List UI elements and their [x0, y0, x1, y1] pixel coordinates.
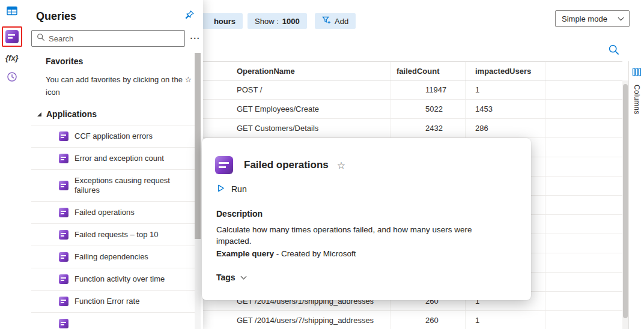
columns-tab-label: Columns: [633, 85, 641, 114]
grid-scrollbar[interactable]: [622, 80, 628, 329]
description-heading: Description: [216, 209, 531, 219]
cell-impacted-users: 286: [466, 119, 545, 137]
table-row[interactable]: GET /2014/users/7/shipping_addresses 260…: [203, 311, 622, 329]
cell-impacted-users: 1453: [466, 100, 545, 118]
query-list-item[interactable]: Failed operations: [31, 202, 195, 224]
query-list-item[interactable]: Function activity over time: [31, 268, 195, 291]
add-filter-icon: [322, 16, 331, 26]
cell-operation-name: GET Customers/Details: [203, 119, 390, 137]
cell-failed-count: 5022: [390, 100, 466, 118]
query-icon: [59, 131, 68, 141]
query-icon: [59, 230, 68, 240]
mode-dropdown-label: Simple mode: [562, 14, 607, 23]
column-header-failedcount[interactable]: failedCount: [390, 62, 466, 80]
panel-title: Queries: [36, 10, 76, 23]
column-header-impactedusers[interactable]: impactedUsers: [466, 62, 545, 80]
query-item-label: CCF application errors: [74, 131, 153, 141]
query-item-label: Function activity over time: [74, 274, 165, 284]
cell-operation-name: GET /2014/users/7/shipping_addresses: [203, 311, 390, 329]
table-row[interactable]: GET Employees/Create 5022 1453: [203, 100, 622, 119]
query-list-item[interactable]: Error and exception count: [31, 148, 195, 170]
cell-failed-count: 11947: [390, 80, 466, 99]
mode-dropdown[interactable]: Simple mode: [555, 10, 630, 27]
chevron-down-icon: [618, 15, 624, 21]
query-icon: [59, 297, 68, 306]
run-button[interactable]: Run: [216, 184, 258, 195]
table-header[interactable]: OperationName failedCount impactedUsers: [203, 61, 622, 80]
play-icon: [216, 184, 225, 195]
example-query-line: Example query - Created by Microsoft: [216, 249, 517, 258]
expand-triangle-icon: [37, 112, 41, 116]
cell-failed-count: 2432: [390, 119, 466, 137]
run-label: Run: [231, 184, 247, 194]
query-list-item[interactable]: [31, 313, 195, 329]
columns-pane-tab[interactable]: Columns: [628, 61, 644, 329]
more-options-button[interactable]: ···: [189, 34, 202, 43]
tags-label: Tags: [216, 273, 235, 282]
pin-icon[interactable]: [184, 10, 195, 23]
left-rail: {fx}: [0, 0, 24, 329]
show-limit-pill[interactable]: Show : 1000: [248, 13, 307, 29]
show-limit-value: 1000: [282, 17, 300, 26]
column-header-operationname[interactable]: OperationName: [203, 62, 390, 80]
cell-operation-name: GET Employees/Create: [203, 100, 390, 118]
query-item-label: Failed operations: [74, 208, 135, 217]
query-list-item[interactable]: CCF application errors: [31, 125, 195, 148]
tags-toggle[interactable]: Tags: [216, 273, 264, 282]
query-icon: [215, 156, 233, 174]
columns-icon: [632, 67, 642, 79]
example-query-label: Example query: [216, 249, 274, 258]
example-query-byline: - Created by Microsoft: [274, 249, 356, 258]
favorite-star-icon[interactable]: ☆: [337, 160, 345, 171]
query-item-label: Error and exception count: [74, 154, 164, 163]
grid-scrollbar-thumb[interactable]: [623, 84, 628, 318]
group-label: Applications: [46, 109, 97, 119]
show-limit-label: Show :: [255, 17, 279, 26]
query-list-item[interactable]: Failed requests – top 10: [31, 224, 195, 246]
description-text: Calculate how many times operations fail…: [216, 224, 494, 247]
time-range-value: hours: [214, 17, 235, 26]
query-icon: [59, 252, 68, 262]
cell-impacted-users: 1: [466, 311, 545, 329]
history-icon[interactable]: [6, 71, 18, 85]
panel-scrollbar-thumb[interactable]: [195, 53, 201, 239]
add-filter-label: Add: [335, 17, 348, 26]
query-icon: [59, 319, 68, 328]
cell-impacted-users: 1: [466, 80, 545, 99]
cell-failed-count: 260: [390, 311, 466, 329]
table-row[interactable]: POST / 11947 1: [203, 80, 622, 100]
query-icon: [59, 181, 68, 190]
query-icon: [59, 274, 68, 284]
query-item-label: Exceptions causing request failures: [74, 176, 190, 195]
table-row[interactable]: GET Customers/Details 2432 286: [203, 119, 622, 138]
cell-operation-name: POST /: [203, 80, 390, 99]
query-list-item[interactable]: Failing dependencies: [31, 246, 195, 268]
query-item-label: Failing dependencies: [74, 252, 148, 262]
panel-scrollbar[interactable]: [195, 53, 201, 329]
favorites-heading: Favorites: [46, 56, 203, 66]
chevron-down-icon: [240, 274, 246, 280]
search-icon: [37, 33, 45, 44]
query-hover-card: Failed operations ☆ Run Description Calc…: [202, 138, 531, 300]
query-icon: [59, 154, 68, 163]
tables-icon[interactable]: [6, 5, 18, 19]
query-icon: [59, 208, 68, 217]
card-title: Failed operations: [244, 159, 329, 171]
query-item-label: Failed requests – top 10: [74, 230, 158, 240]
query-list-item[interactable]: Function Error rate: [31, 291, 195, 313]
functions-icon[interactable]: {fx}: [5, 53, 19, 62]
query-list: CCF application errors Error and excepti…: [31, 125, 195, 329]
query-search-field[interactable]: [31, 30, 185, 47]
group-applications[interactable]: Applications: [37, 109, 203, 119]
query-list-item[interactable]: Exceptions causing request failures: [31, 170, 195, 202]
query-item-label: Function Error rate: [74, 297, 139, 306]
add-filter-pill[interactable]: Add: [315, 13, 356, 29]
column-header-filler: [545, 62, 622, 80]
search-icon[interactable]: [606, 42, 622, 58]
favorites-hint: You can add favorites by clicking on the…: [46, 73, 196, 98]
queries-panel: Queries ··· Favorites You can add favori…: [24, 0, 203, 329]
search-input[interactable]: [49, 34, 180, 43]
app-root: hours Show : 1000 Add Simple mode: [0, 0, 644, 329]
